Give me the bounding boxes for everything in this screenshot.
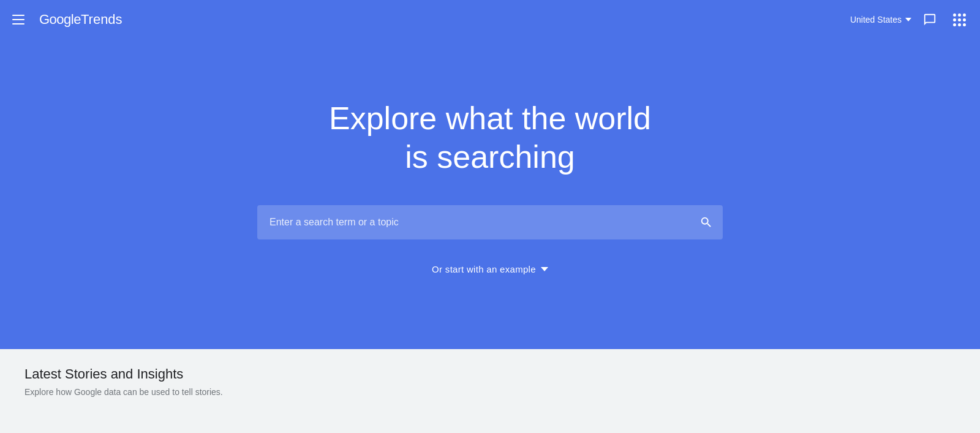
apps-button[interactable]	[948, 9, 970, 31]
chevron-down-icon	[541, 267, 548, 271]
hero-section: Explore what the world is searching Or s…	[0, 0, 980, 349]
hero-title-line1: Explore what the world	[329, 100, 651, 136]
logo-google-text: Google	[39, 12, 81, 28]
stories-title: Latest Stories and Insights	[24, 366, 956, 382]
search-button[interactable]	[699, 216, 713, 229]
header-left: Google Trends	[7, 10, 123, 29]
bottom-section: Latest Stories and Insights Explore how …	[0, 349, 980, 433]
stories-subtitle: Explore how Google data can be used to t…	[24, 387, 956, 397]
search-input[interactable]	[257, 205, 723, 239]
feedback-button[interactable]	[919, 9, 941, 31]
header-right: United States	[850, 9, 970, 31]
logo-trends-text: Trends	[81, 12, 123, 28]
logo: Google Trends	[39, 12, 123, 28]
grid-icon	[953, 13, 966, 26]
chevron-down-icon	[905, 18, 911, 21]
hamburger-menu-button[interactable]	[7, 10, 29, 29]
search-icon	[699, 216, 713, 229]
example-button[interactable]: Or start with an example	[432, 264, 548, 274]
hero-title-line2: is searching	[405, 139, 575, 175]
country-selector[interactable]: United States	[850, 15, 911, 24]
example-label: Or start with an example	[432, 264, 536, 274]
hero-title: Explore what the world is searching	[329, 99, 651, 176]
search-container	[257, 205, 723, 239]
header: Google Trends United States	[0, 0, 980, 39]
chat-icon	[923, 13, 937, 26]
country-label: United States	[850, 15, 902, 24]
